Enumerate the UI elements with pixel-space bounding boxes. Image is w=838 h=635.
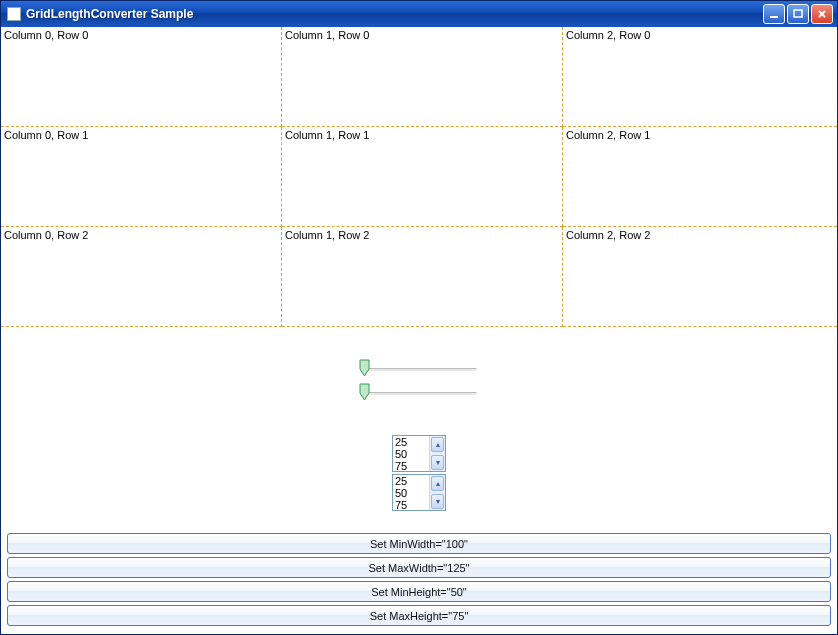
set-minheight-button[interactable]: Set MinHeight="50": [7, 581, 831, 602]
svg-rect-1: [794, 10, 802, 17]
cell-label: Column 0, Row 1: [4, 129, 88, 141]
app-icon: [7, 7, 21, 21]
slider-track: [367, 368, 477, 371]
width-listbox[interactable]: 25 50 75 100 ▴ ▾: [392, 435, 446, 472]
grid-cell: Column 2, Row 2: [563, 227, 837, 327]
scrollbar[interactable]: ▴ ▾: [429, 436, 445, 471]
list-item[interactable]: 75: [395, 460, 427, 471]
window-buttons: [763, 4, 833, 24]
grid-cell: Column 0, Row 1: [1, 127, 282, 227]
grid-cell: Column 1, Row 1: [282, 127, 563, 227]
cell-label: Column 1, Row 2: [285, 229, 369, 241]
cell-label: Column 0, Row 0: [4, 29, 88, 41]
cell-label: Column 1, Row 0: [285, 29, 369, 41]
list-item[interactable]: 25: [395, 475, 427, 487]
controls-area: 25 50 75 100 ▴ ▾ 25 50 75 100: [1, 327, 837, 529]
minimize-button[interactable]: [763, 4, 785, 24]
cell-label: Column 2, Row 1: [566, 129, 650, 141]
list-item[interactable]: 50: [395, 448, 427, 460]
scrollbar[interactable]: ▴ ▾: [429, 475, 445, 510]
cell-label: Column 2, Row 2: [566, 229, 650, 241]
window-title: GridLengthConverter Sample: [26, 7, 763, 21]
maximize-button[interactable]: [787, 4, 809, 24]
grid-cell: Column 2, Row 0: [563, 27, 837, 127]
grid-cell: Column 1, Row 2: [282, 227, 563, 327]
svg-rect-0: [770, 16, 778, 18]
height-listbox[interactable]: 25 50 75 100 ▴ ▾: [392, 474, 446, 511]
set-maxwidth-button[interactable]: Set MaxWidth="125": [7, 557, 831, 578]
listbox-items: 25 50 75 100: [393, 436, 429, 471]
listbox-items: 25 50 75 100: [393, 475, 429, 510]
slider-track: [367, 392, 477, 395]
scroll-down-icon[interactable]: ▾: [431, 455, 444, 470]
cell-label: Column 2, Row 0: [566, 29, 650, 41]
grid-cell: Column 2, Row 1: [563, 127, 837, 227]
slider-width[interactable]: [359, 359, 479, 379]
scroll-up-icon[interactable]: ▴: [431, 476, 444, 491]
set-minwidth-button[interactable]: Set MinWidth="100": [7, 533, 831, 554]
list-item[interactable]: 50: [395, 487, 427, 499]
button-stack: Set MinWidth="100" Set MaxWidth="125" Se…: [1, 529, 837, 634]
grid-cell: Column 0, Row 2: [1, 227, 282, 327]
close-button[interactable]: [811, 4, 833, 24]
titlebar[interactable]: GridLengthConverter Sample: [1, 1, 837, 27]
window: GridLengthConverter Sample Column 0, Row…: [0, 0, 838, 635]
grid-area: Column 0, Row 0 Column 1, Row 0 Column 2…: [1, 27, 837, 327]
slider-height[interactable]: [359, 383, 479, 403]
grid-cell: Column 0, Row 0: [1, 27, 282, 127]
list-item[interactable]: 75: [395, 499, 427, 510]
list-item[interactable]: 25: [395, 436, 427, 448]
cell-label: Column 0, Row 2: [4, 229, 88, 241]
client-area: Column 0, Row 0 Column 1, Row 0 Column 2…: [1, 27, 837, 634]
slider-thumb[interactable]: [359, 359, 370, 377]
scroll-up-icon[interactable]: ▴: [431, 437, 444, 452]
scroll-down-icon[interactable]: ▾: [431, 494, 444, 509]
slider-thumb[interactable]: [359, 383, 370, 401]
set-maxheight-button[interactable]: Set MaxHeight="75": [7, 605, 831, 626]
cell-label: Column 1, Row 1: [285, 129, 369, 141]
grid-cell: Column 1, Row 0: [282, 27, 563, 127]
listbox-pair: 25 50 75 100 ▴ ▾ 25 50 75 100: [392, 435, 446, 511]
